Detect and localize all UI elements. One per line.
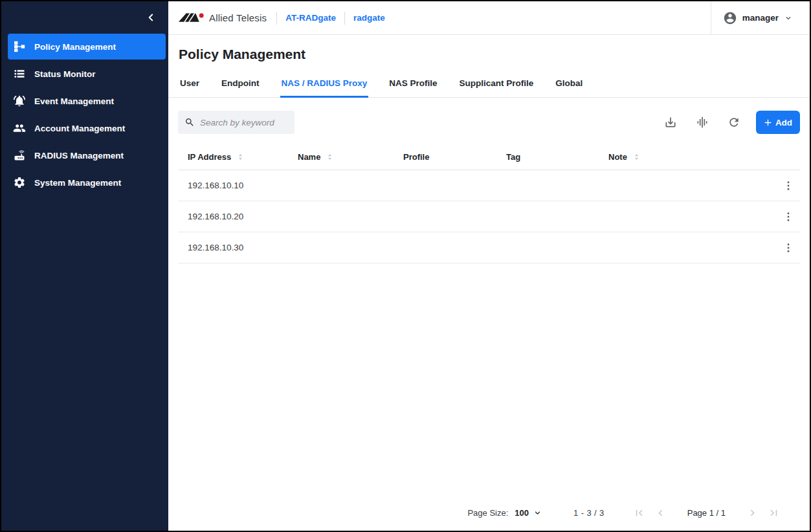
page-size-group: Page Size: 100 [467,508,542,518]
tab-nas-profile[interactable]: NAS Profile [388,71,438,98]
user-name: manager [742,13,779,23]
chevron-left-icon [145,12,157,23]
cell-ip: 192.168.10.30 [178,243,288,252]
page-size-label: Page Size: [467,508,508,518]
page-indicator: Page 1 / 1 [687,508,726,518]
first-page-icon [633,507,645,519]
table-row: 192.168.10.20 [178,201,800,232]
breadcrumb-divider [276,12,277,25]
first-page-button[interactable] [633,507,645,519]
tab-global[interactable]: Global [554,71,584,98]
sidebar-item-radius-management[interactable]: RADIUS Management [8,142,166,168]
breadcrumb-app[interactable]: AT-RADgate [285,13,336,23]
row-actions-button[interactable] [783,180,794,192]
chevron-down-icon [533,508,542,518]
app-window: Policy ManagementStatus MonitorEvent Man… [0,0,811,532]
brand: Allied Telesis [179,12,267,23]
list-icon [13,67,26,80]
people-icon [13,122,26,135]
sidebar-item-event-management[interactable]: Event Management [8,88,166,114]
column-header-note[interactable]: Note [599,152,777,162]
logo-text: Allied Telesis [209,12,267,23]
column-header-ip-address[interactable]: IP Address [178,152,288,162]
toolbar-icons [663,115,742,130]
cell-ip: 192.168.10.20 [178,212,288,221]
top-header: Allied Telesis AT-RADgate radgate manage… [168,1,810,35]
router-icon [13,149,26,162]
column-header-tag: Tag [496,152,599,162]
column-header-name[interactable]: Name [288,152,394,162]
sidebar-nav: Policy ManagementStatus MonitorEvent Man… [1,34,168,197]
refresh-button[interactable] [726,115,742,130]
last-page-icon [768,507,780,519]
table-row: 192.168.10.10 [178,170,800,201]
sidebar-item-label: Status Monitor [34,69,96,79]
sidebar-item-label: Policy Management [34,42,116,52]
next-page-button[interactable] [746,507,759,519]
tab-endpoint[interactable]: Endpoint [220,71,260,98]
plus-icon [764,118,772,127]
columns-button[interactable] [694,115,710,130]
nas-table: IP AddressNameProfileTagNote 192.168.10.… [178,144,800,263]
main-area: Allied Telesis AT-RADgate radgate manage… [168,1,810,531]
column-label: IP Address [188,152,231,162]
sidebar-item-status-monitor[interactable]: Status Monitor [8,61,166,87]
sidebar-item-label: Account Management [34,124,125,133]
tab-supplicant-profile[interactable]: Supplicant Profile [458,71,535,98]
column-label: Name [298,152,320,162]
sidebar-collapse-button[interactable] [145,12,157,23]
page-title: Policy Management [179,47,799,62]
add-button-label: Add [775,118,792,127]
chevron-down-icon [784,14,793,23]
download-button[interactable] [663,115,678,130]
tab-user[interactable]: User [179,71,201,98]
policy-icon [13,40,26,53]
column-label: Tag [506,152,520,162]
page-size-value: 100 [515,508,529,518]
breadcrumb-site[interactable]: radgate [353,13,385,23]
sidebar-item-account-management[interactable]: Account Management [8,115,166,141]
sort-icon[interactable] [325,152,335,162]
sidebar-header [1,1,168,34]
sidebar-item-label: RADIUS Management [34,151,124,161]
sidebar-item-label: Event Management [34,96,114,106]
page-content: Policy Management UserEndpointNAS / RADI… [168,35,810,531]
sidebar-item-policy-management[interactable]: Policy Management [8,34,166,60]
column-label: Profile [403,152,429,162]
search-box[interactable] [178,111,294,134]
bell-icon [13,94,26,107]
chevron-left-icon [654,507,667,519]
breadcrumb-divider [344,12,345,25]
column-header-profile: Profile [394,152,496,162]
row-actions-button[interactable] [783,211,794,223]
table-header-row: IP AddressNameProfileTagNote [178,144,800,170]
row-actions-button[interactable] [783,242,794,254]
gear-icon [13,176,26,189]
tab-bar: UserEndpointNAS / RADIUS ProxyNAS Profil… [168,71,810,98]
avatar-icon [723,11,737,25]
graphic-eq-icon [696,116,709,129]
sidebar-item-system-management[interactable]: System Management [8,170,166,195]
toolbar: Add [168,98,810,144]
refresh-icon [728,116,740,129]
search-input[interactable] [200,118,288,127]
cell-ip: 192.168.10.10 [178,181,288,190]
add-button[interactable]: Add [756,111,800,134]
allied-telesis-logo-icon [179,12,205,23]
table-row: 192.168.10.30 [178,232,800,263]
sidebar: Policy ManagementStatus MonitorEvent Man… [1,1,168,531]
table-body: 192.168.10.10192.168.10.20192.168.10.30 [178,170,800,263]
sort-icon[interactable] [236,152,245,162]
last-page-button[interactable] [768,507,780,519]
pagination-bar: Page Size: 100 1 - 3 / 3 Page 1 / 1 [168,496,810,529]
prev-page-button[interactable] [654,507,667,519]
chevron-right-icon [746,507,759,519]
page-size-select[interactable]: 100 [515,508,542,518]
user-menu[interactable]: manager [711,1,810,34]
range-label: 1 - 3 / 3 [573,508,605,518]
column-label: Note [608,152,627,162]
sort-icon[interactable] [632,152,641,162]
search-icon [184,117,195,127]
tab-nas-radius-proxy[interactable]: NAS / RADIUS Proxy [280,71,369,98]
download-icon [664,116,677,129]
